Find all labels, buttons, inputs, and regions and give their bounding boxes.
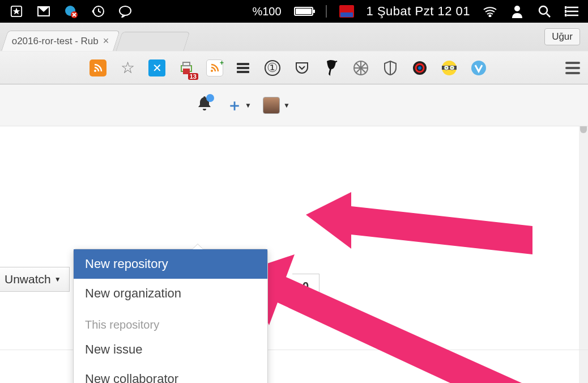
annotation-arrow-icon bbox=[238, 192, 544, 271]
wifi-icon[interactable] bbox=[483, 4, 497, 19]
svg-marker-31 bbox=[244, 254, 538, 383]
pocket-extension-icon[interactable] bbox=[292, 58, 312, 78]
svg-point-8 bbox=[565, 7, 566, 8]
create-new-dropdown: New repository New organization This rep… bbox=[73, 249, 268, 383]
menu-item-new-repository[interactable]: New repository bbox=[74, 249, 267, 279]
ninja-extension-icon[interactable] bbox=[322, 58, 341, 78]
user-menu-button[interactable]: ▼ bbox=[263, 97, 290, 114]
svg-point-10 bbox=[565, 15, 566, 16]
tab-strip: o2016-ror-test - Rub × Uğur bbox=[0, 23, 588, 51]
svg-point-19 bbox=[418, 66, 421, 70]
hive-extension-icon[interactable]: ✕ bbox=[147, 58, 167, 78]
avatar bbox=[263, 97, 280, 114]
unwatch-label: Unwatch bbox=[5, 273, 51, 286]
caret-down-icon: ▼ bbox=[245, 101, 252, 109]
colorpicker-extension-icon[interactable] bbox=[410, 58, 429, 78]
aperture-extension-icon[interactable] bbox=[351, 58, 370, 78]
create-new-button[interactable]: ＋ ▼ bbox=[227, 95, 252, 116]
menu-section-header: This repository bbox=[74, 318, 267, 335]
menu-item-new-organization[interactable]: New organization bbox=[74, 279, 267, 308]
buffer-extension-icon[interactable] bbox=[233, 58, 253, 78]
notifications-icon[interactable] bbox=[198, 96, 211, 114]
bookmark-star-icon[interactable]: ☆ bbox=[118, 58, 137, 78]
vee-extension-icon[interactable] bbox=[469, 58, 488, 78]
caret-down-icon: ▼ bbox=[54, 275, 61, 283]
menubar-date: 1 Şubat Pzt 12 01 bbox=[367, 4, 470, 19]
svg-rect-14 bbox=[184, 69, 189, 74]
battery-percent: %100 bbox=[252, 5, 281, 18]
svg-point-15 bbox=[211, 70, 213, 72]
plus-icon: ＋ bbox=[227, 95, 242, 116]
history-icon[interactable] bbox=[91, 4, 105, 19]
chrome-user-button[interactable]: Uğur bbox=[544, 28, 580, 45]
extension-badge: 13 bbox=[188, 73, 198, 80]
user-icon[interactable] bbox=[510, 4, 525, 19]
globe-error-icon[interactable] bbox=[63, 4, 78, 19]
rss-extension-icon[interactable] bbox=[88, 58, 108, 78]
watch-controls: Unwatch ▼ bbox=[0, 267, 70, 292]
page-content: ＋ ▼ ▼ Unwatch ▼ 0 New repository New org… bbox=[0, 84, 588, 383]
svg-rect-13 bbox=[183, 62, 190, 66]
battery-icon bbox=[294, 7, 313, 16]
notification-dot-icon bbox=[206, 94, 214, 102]
svg-point-25 bbox=[451, 67, 453, 69]
svg-point-4 bbox=[120, 6, 131, 15]
printer-extension-icon[interactable]: 13 bbox=[177, 58, 196, 78]
svg-point-5 bbox=[489, 15, 491, 17]
chat-icon[interactable] bbox=[118, 4, 133, 19]
caret-down-icon: ▼ bbox=[283, 101, 290, 109]
svg-point-7 bbox=[539, 6, 547, 14]
app-icon[interactable] bbox=[9, 4, 24, 19]
search-icon[interactable] bbox=[537, 4, 552, 19]
browser-chrome: o2016-ror-test - Rub × Uğur ☆ ✕ 13 + ① bbox=[0, 23, 588, 84]
separator-icon bbox=[326, 5, 327, 18]
browser-tab[interactable]: o2016-ror-test - Rub × bbox=[1, 31, 120, 51]
svg-point-9 bbox=[565, 11, 566, 12]
svg-point-24 bbox=[446, 67, 448, 69]
flag-tr-icon[interactable]: PC bbox=[339, 5, 354, 18]
menu-item-new-issue[interactable]: New issue bbox=[74, 335, 267, 364]
tab-close-icon[interactable]: × bbox=[103, 35, 109, 47]
svg-point-6 bbox=[514, 6, 520, 11]
scrollbar[interactable] bbox=[579, 84, 588, 383]
tab-title: o2016-ror-test - Rub bbox=[12, 36, 99, 47]
svg-marker-30 bbox=[306, 192, 532, 254]
onepassword-extension-icon[interactable]: ① bbox=[263, 58, 282, 78]
minion-extension-icon[interactable] bbox=[440, 58, 459, 78]
svg-point-11 bbox=[94, 70, 96, 72]
new-tab-button[interactable] bbox=[116, 32, 190, 51]
watch-count[interactable]: 0 bbox=[292, 274, 319, 299]
github-header: ＋ ▼ ▼ bbox=[0, 84, 588, 126]
shield-extension-icon[interactable] bbox=[381, 58, 400, 78]
menu-list-icon[interactable] bbox=[564, 4, 579, 19]
browser-toolbar: ☆ ✕ 13 + ① bbox=[0, 51, 588, 84]
chrome-menu-icon[interactable] bbox=[563, 58, 582, 78]
rss-add-extension-icon[interactable]: + bbox=[206, 59, 223, 76]
menu-item-new-collaborator[interactable]: New collaborator bbox=[74, 364, 267, 383]
unwatch-button[interactable]: Unwatch ▼ bbox=[0, 267, 70, 292]
mac-menubar: %100 PC 1 Şubat Pzt 12 01 bbox=[0, 0, 588, 23]
mail-icon[interactable] bbox=[36, 4, 51, 19]
